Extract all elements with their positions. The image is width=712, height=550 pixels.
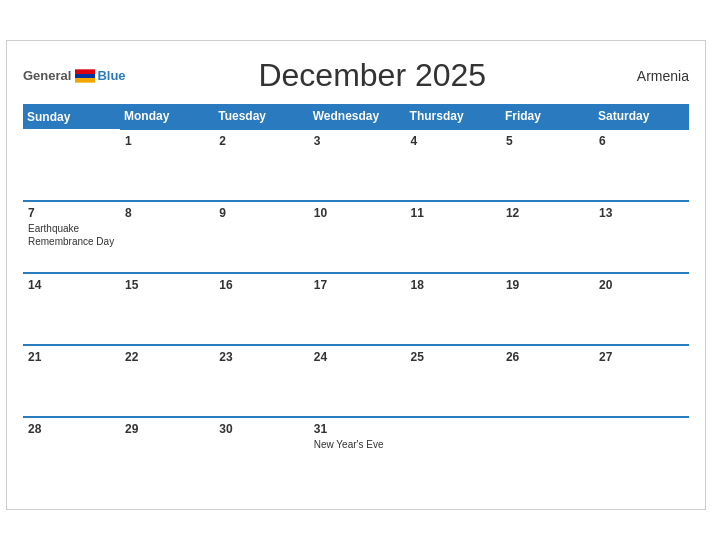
svg-rect-1 <box>75 74 95 78</box>
day-number: 9 <box>219 206 304 220</box>
day-number: 15 <box>125 278 209 292</box>
calendar-wrapper: General Blue December 2025 Armenia Sunda… <box>6 40 706 510</box>
calendar-day-cell: 29 <box>120 417 214 489</box>
day-number: 30 <box>219 422 304 436</box>
day-event-label: New Year's Eve <box>314 438 401 451</box>
calendar-day-cell: 1 <box>120 129 214 201</box>
calendar-day-cell: 14 <box>23 273 120 345</box>
day-number: 1 <box>125 134 209 148</box>
logo-general: General <box>23 68 71 83</box>
logo-flag-icon <box>75 69 95 83</box>
calendar-header: General Blue December 2025 Armenia <box>23 57 689 94</box>
calendar-day-cell: 13 <box>594 201 689 273</box>
calendar-day-cell: 31New Year's Eve <box>309 417 406 489</box>
calendar-day-cell: 17 <box>309 273 406 345</box>
calendar-day-cell: 24 <box>309 345 406 417</box>
calendar-day-cell: 6 <box>594 129 689 201</box>
calendar-week-row: 7Earthquake Remembrance Day8910111213 <box>23 201 689 273</box>
calendar-day-cell: 3 <box>309 129 406 201</box>
day-number: 11 <box>411 206 496 220</box>
svg-rect-2 <box>75 78 95 83</box>
day-number: 29 <box>125 422 209 436</box>
day-number: 22 <box>125 350 209 364</box>
day-number: 4 <box>411 134 496 148</box>
calendar-day-cell: 27 <box>594 345 689 417</box>
header-sunday: Sunday <box>23 104 120 129</box>
calendar-day-cell: 7Earthquake Remembrance Day <box>23 201 120 273</box>
day-number: 3 <box>314 134 401 148</box>
calendar-day-cell: 19 <box>501 273 594 345</box>
day-number: 6 <box>599 134 684 148</box>
calendar-day-cell: 15 <box>120 273 214 345</box>
header-tuesday: Tuesday <box>214 104 309 129</box>
calendar-day-cell: 5 <box>501 129 594 201</box>
calendar-day-cell: 22 <box>120 345 214 417</box>
day-number: 24 <box>314 350 401 364</box>
header-monday: Monday <box>120 104 214 129</box>
day-number: 14 <box>28 278 115 292</box>
calendar-day-cell: 18 <box>406 273 501 345</box>
calendar-week-row: 21222324252627 <box>23 345 689 417</box>
header-saturday: Saturday <box>594 104 689 129</box>
calendar-day-cell: 8 <box>120 201 214 273</box>
day-number: 17 <box>314 278 401 292</box>
calendar-day-cell <box>594 417 689 489</box>
day-number: 28 <box>28 422 115 436</box>
calendar-day-cell: 23 <box>214 345 309 417</box>
day-number: 25 <box>411 350 496 364</box>
day-number: 20 <box>599 278 684 292</box>
day-number: 12 <box>506 206 589 220</box>
month-title: December 2025 <box>126 57 619 94</box>
header-thursday: Thursday <box>406 104 501 129</box>
day-number: 18 <box>411 278 496 292</box>
day-number: 26 <box>506 350 589 364</box>
day-number: 27 <box>599 350 684 364</box>
logo: General Blue <box>23 68 126 83</box>
country-label: Armenia <box>619 68 689 84</box>
calendar-day-cell: 12 <box>501 201 594 273</box>
header-wednesday: Wednesday <box>309 104 406 129</box>
calendar-week-row: 14151617181920 <box>23 273 689 345</box>
day-number: 31 <box>314 422 401 436</box>
calendar-day-cell: 11 <box>406 201 501 273</box>
day-number: 5 <box>506 134 589 148</box>
calendar-day-cell: 21 <box>23 345 120 417</box>
calendar-day-cell: 10 <box>309 201 406 273</box>
day-number: 13 <box>599 206 684 220</box>
day-number: 2 <box>219 134 304 148</box>
day-number: 8 <box>125 206 209 220</box>
weekday-header-row: Sunday Monday Tuesday Wednesday Thursday… <box>23 104 689 129</box>
calendar-header-row: Sunday Monday Tuesday Wednesday Thursday… <box>23 104 689 129</box>
calendar-day-cell: 25 <box>406 345 501 417</box>
calendar-day-cell: 26 <box>501 345 594 417</box>
calendar-day-cell: 30 <box>214 417 309 489</box>
day-number: 10 <box>314 206 401 220</box>
calendar-day-cell <box>23 129 120 201</box>
calendar-day-cell <box>501 417 594 489</box>
calendar-week-row: 28293031New Year's Eve <box>23 417 689 489</box>
calendar-table: Sunday Monday Tuesday Wednesday Thursday… <box>23 104 689 489</box>
header-friday: Friday <box>501 104 594 129</box>
calendar-day-cell: 28 <box>23 417 120 489</box>
day-event-label: Earthquake Remembrance Day <box>28 222 115 248</box>
calendar-body: 1234567Earthquake Remembrance Day8910111… <box>23 129 689 489</box>
day-number: 7 <box>28 206 115 220</box>
calendar-day-cell <box>406 417 501 489</box>
day-number: 21 <box>28 350 115 364</box>
calendar-week-row: 123456 <box>23 129 689 201</box>
day-number: 19 <box>506 278 589 292</box>
calendar-day-cell: 2 <box>214 129 309 201</box>
calendar-day-cell: 4 <box>406 129 501 201</box>
calendar-day-cell: 20 <box>594 273 689 345</box>
calendar-day-cell: 16 <box>214 273 309 345</box>
day-number: 16 <box>219 278 304 292</box>
logo-blue: Blue <box>97 68 125 83</box>
svg-rect-0 <box>75 69 95 74</box>
day-number: 23 <box>219 350 304 364</box>
calendar-day-cell: 9 <box>214 201 309 273</box>
